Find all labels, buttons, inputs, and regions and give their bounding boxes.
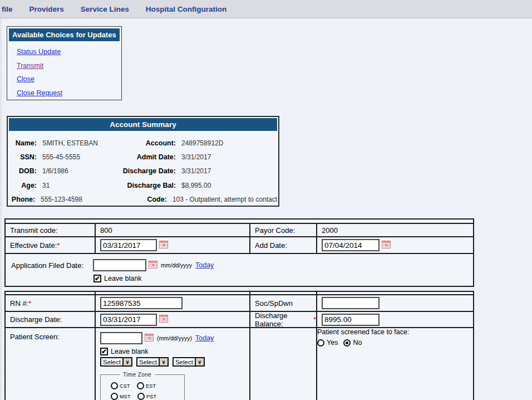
account-value: 555-45-5555 — [42, 153, 120, 161]
select-dropdown-2[interactable]: Select ∨ — [136, 357, 169, 367]
today-link[interactable]: Today — [195, 261, 214, 269]
leave-blank-checkbox[interactable]: ✔ — [93, 275, 101, 282]
account-value: 555-123-4598 — [41, 196, 114, 203]
account-value: 31 — [42, 182, 120, 189]
field-label-text: Effective Date: — [10, 241, 57, 250]
account-label: Age: — [9, 182, 37, 189]
account-label: Name: — [9, 139, 37, 147]
timezone-fieldset: Time Zone CST EST MST PST — [100, 372, 185, 400]
account-summary-panel: Account Summary Name: SMITH, ESTEBAN Acc… — [7, 116, 279, 207]
calendar-icon[interactable] — [145, 334, 154, 343]
leave-blank-checkbox[interactable]: ✔ — [100, 348, 108, 355]
date-format-hint: mm/dd/yyyy — [161, 262, 192, 269]
account-label: Account: — [120, 139, 176, 147]
details-form-table: RN #:* Soc/SpDwn Discharge Date: Dischar… — [4, 291, 474, 400]
soc-spdwn-label: Soc/SpDwn — [249, 295, 316, 311]
account-value: 3/31/2017 — [181, 153, 277, 161]
account-value: 2489758912D — [181, 139, 277, 147]
account-row: Age: 31 Discharge Bal: $8,995.00 — [9, 178, 277, 192]
account-label: Phone: — [9, 196, 35, 203]
account-label: SSN: — [9, 153, 37, 161]
transmit-form-table: Transmit code: 800 Payor Code: 2000 Effe… — [4, 218, 474, 287]
account-value: SMITH, ESTEBAN — [42, 139, 120, 147]
discharge-balance-label: Discharge Balance:* — [249, 312, 316, 327]
patient-screen-date-input[interactable] — [100, 332, 142, 344]
radio-pst[interactable] — [137, 393, 145, 400]
select-value: Select — [137, 358, 159, 365]
field-label-text: RN #: — [10, 299, 28, 308]
radio-cst-label: CST — [120, 383, 130, 389]
select-value: Select — [101, 358, 122, 365]
nav-item-file[interactable]: file — [2, 5, 13, 13]
account-row: Phone: 555-123-4598 Code: 103 - Outpatie… — [9, 193, 277, 207]
select-value: Select — [174, 358, 195, 365]
soc-spdwn-input[interactable] — [322, 297, 380, 309]
date-format-hint: (mm/dd/yyyy) — [157, 335, 192, 342]
patient-screen-label: Patient Screen: — [6, 328, 95, 400]
empty-cell — [249, 328, 316, 400]
select-dropdown-3[interactable]: Select ∨ — [173, 357, 205, 367]
radio-no-label: No — [353, 339, 362, 347]
application-filed-date-row: Application Filed Date: mm/dd/yyyy Today… — [6, 253, 473, 286]
radio-est-label: EST — [146, 383, 156, 389]
discharge-date-input[interactable] — [100, 314, 157, 326]
nav-item-providers[interactable]: Providers — [29, 5, 64, 13]
application-filed-date-label: Application Filed Date: — [11, 261, 93, 270]
calendar-icon[interactable] — [159, 241, 168, 250]
radio-yes[interactable] — [317, 339, 324, 347]
radio-mst[interactable] — [111, 393, 118, 400]
application-filed-date-input[interactable] — [93, 259, 146, 271]
effective-date-label: Effective Date:* — [6, 237, 95, 253]
calendar-icon[interactable] — [159, 315, 168, 324]
radio-est[interactable] — [137, 382, 144, 389]
discharge-balance-input[interactable] — [322, 314, 380, 326]
link-status-update[interactable]: Status Update — [17, 48, 120, 56]
discharge-row: Discharge Date: Discharge Balance:* — [6, 311, 473, 327]
leave-blank-label: Leave blank — [104, 275, 141, 282]
available-choices-panel: Available Choices for Updates Status Upd… — [7, 26, 122, 100]
account-label: Discharge Bal: — [120, 182, 176, 189]
table-spacer-row — [6, 292, 473, 294]
patient-screen-row: Patient Screen: (mm/dd/yyyy) Today ✔ Lea… — [6, 327, 473, 400]
link-close-request[interactable]: Close Request — [17, 89, 120, 97]
today-link[interactable]: Today — [195, 334, 214, 342]
face-to-face-label: Patient screened face to face: — [317, 328, 473, 336]
required-asterisk: * — [57, 241, 60, 250]
account-value: $8,995.00 — [181, 182, 277, 189]
chevron-down-icon: ∨ — [122, 358, 131, 365]
radio-cst[interactable] — [111, 382, 118, 389]
add-date-label: Add Date: — [249, 237, 316, 253]
account-row: DOB: 1/6/1986 Discharge Date: 3/31/2017 — [9, 164, 277, 178]
account-value: 1/6/1986 — [42, 167, 120, 175]
nav-item-hospital-configuration[interactable]: Hospital Configuration — [146, 5, 227, 13]
available-choices-title: Available Choices for Updates — [9, 28, 120, 41]
discharge-date-label: Discharge Date: — [6, 312, 95, 327]
timezone-legend: Time Zone — [120, 372, 155, 378]
chevron-down-icon: ∨ — [195, 358, 204, 365]
leave-blank-label: Leave blank — [111, 348, 148, 355]
radio-yes-label: Yes — [327, 339, 338, 347]
payor-code-label: Payor Code: — [249, 224, 316, 236]
account-label: Discharge Date: — [120, 167, 176, 175]
transmit-code-value: 800 — [95, 224, 249, 236]
radio-pst-label: PST — [146, 394, 156, 399]
account-row: SSN: 555-45-5555 Admit Date: 3/31/2017 — [9, 150, 277, 164]
calendar-icon[interactable] — [382, 241, 391, 250]
radio-no[interactable] — [343, 339, 351, 347]
transmit-code-label: Transmit code: — [6, 224, 95, 236]
rn-number-input[interactable] — [100, 297, 183, 309]
add-date-input[interactable] — [322, 239, 380, 251]
link-close[interactable]: Close — [17, 75, 120, 83]
calendar-icon[interactable] — [149, 261, 157, 270]
account-row: Name: SMITH, ESTEBAN Account: 2489758912… — [9, 136, 277, 150]
nav-item-service-lines[interactable]: Service Lines — [81, 5, 129, 13]
account-summary-title: Account Summary — [9, 118, 277, 131]
link-transmit[interactable]: Transmit — [17, 62, 120, 70]
account-value: 103 - Outpatient, attempt to contact — [173, 196, 277, 203]
account-label: DOB: — [9, 167, 37, 175]
top-nav: file Providers Service Lines Hospital Co… — [0, 0, 532, 18]
rn-number-label: RN #:* — [6, 295, 95, 311]
select-dropdown-1[interactable]: Select ∨ — [100, 357, 132, 367]
effective-date-input[interactable] — [100, 239, 157, 251]
radio-mst-label: MST — [120, 394, 131, 399]
